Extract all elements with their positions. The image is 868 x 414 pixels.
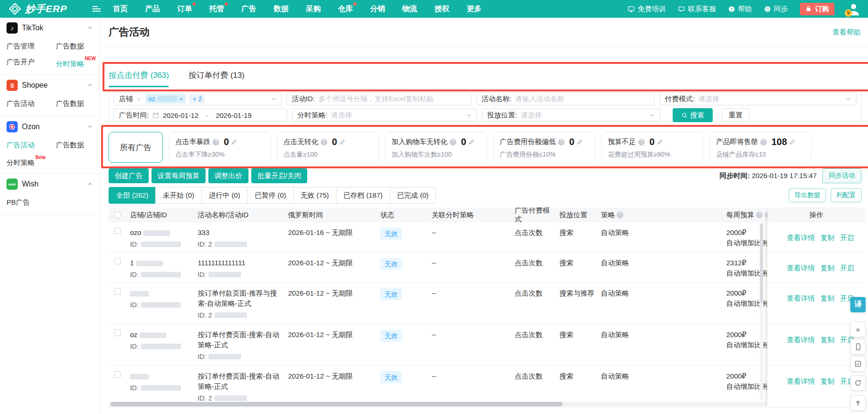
op-link-开启[interactable]: 开启 [840, 234, 854, 252]
metric-card-预算不足[interactable]: 预算不足?0花费超过周预算≥90% [601, 132, 703, 163]
export-data-button[interactable]: 导出数据 [789, 188, 826, 202]
metric-card-产品即将售罄[interactable]: 产品即将售罄?108店铺产品库存≤10 [710, 132, 812, 163]
status-tab-已存档 (187)[interactable]: 已存档 (187) [336, 187, 390, 204]
ad-time-range-picker[interactable]: 广告时间: 2026-01-12 - 2026-01-19 [114, 109, 287, 122]
op-link-复制[interactable]: 复制 [820, 294, 834, 324]
vertical-scrollbar-thumb[interactable] [760, 223, 763, 303]
reset-button[interactable]: 重置 [722, 108, 750, 122]
avatar[interactable]: V [847, 2, 863, 16]
metric-card-广告费用份额偏低[interactable]: 广告费用份额偏低?0广告费用份额≤10% [493, 132, 595, 163]
back-to-top-button[interactable] [850, 395, 866, 411]
metric-card-点击率暴跌[interactable]: 点击率暴跌?0点击率下降≥30% [169, 132, 271, 163]
op-link-查看详情[interactable]: 查看详情 [787, 294, 815, 324]
metric-value: 0 [461, 137, 466, 147]
row-checkbox[interactable] [114, 228, 121, 234]
toolbar-button-调整出价[interactable]: 调整出价 [208, 168, 248, 183]
sidebar-item-PB广告[interactable]: PB广告 [7, 195, 56, 209]
sidebar-item-分时策略[interactable]: 分时策略Beta [7, 154, 56, 168]
tag-remove-icon[interactable]: × [179, 96, 183, 103]
menu-collapse-icon[interactable] [92, 6, 101, 12]
op-link-复制[interactable]: 复制 [820, 234, 834, 252]
collapse-right-button[interactable]: » [850, 322, 866, 337]
topbar-menu-item-分销[interactable]: 分销 [370, 4, 385, 14]
view-help-link[interactable]: 查看帮助 [833, 28, 861, 37]
toolbar-button-创建广告[interactable]: 创建广告 [109, 168, 149, 183]
topbar-sync-item[interactable]: 同步 [764, 5, 788, 14]
sidebar-item-广告管理[interactable]: 广告管理 [7, 39, 56, 53]
mobile-button[interactable] [850, 339, 866, 354]
topbar-menu-item-物流[interactable]: 物流 [402, 4, 417, 14]
edit-pencil-icon[interactable] [789, 139, 795, 145]
op-link-查看详情[interactable]: 查看详情 [787, 234, 815, 252]
select-all-checkbox[interactable] [114, 212, 121, 218]
op-link-复制[interactable]: 复制 [820, 336, 834, 366]
topbar-training-item[interactable]: 免费培训 [627, 5, 666, 14]
pay-tab-按订单付费 (13)[interactable]: 按订单付费 (13) [188, 70, 244, 84]
column-config-button[interactable]: 列配置 [831, 188, 861, 202]
topbar-menu-item-更多[interactable]: 更多 [467, 4, 482, 14]
topbar-menu-item-数据[interactable]: 数据 [274, 4, 289, 14]
shop-select[interactable]: 店铺 oz × + 2 [114, 92, 282, 105]
activity-id-input[interactable]: 活动ID: 多个用逗号分隔，支持Excel复制粘贴 [287, 92, 471, 105]
placement-select[interactable]: 投放位置: 请选择 [482, 109, 660, 122]
row-checkbox[interactable] [114, 258, 121, 264]
topbar-help-item[interactable]: ?帮助 [728, 5, 752, 14]
topbar-menu-item-仓库[interactable]: 仓库 [338, 4, 353, 14]
edit-pencil-icon[interactable] [231, 139, 237, 145]
pay-tab-按点击付费 (363)[interactable]: 按点击付费 (363) [109, 70, 169, 84]
status-tab-已完成 (0)[interactable]: 已完成 (0) [390, 187, 436, 204]
sidebar-item-广告活动[interactable]: 广告活动 [7, 138, 56, 152]
topbar-menu-item-产品[interactable]: 产品 [145, 4, 160, 14]
refresh-button[interactable] [850, 375, 866, 391]
op-link-复制[interactable]: 复制 [820, 264, 834, 283]
sidebar-item-广告数据[interactable]: 广告数据 [56, 138, 93, 152]
sidebar-section-header-ozon[interactable]: Ozon [0, 117, 99, 137]
topbar-customer-service-item[interactable]: 联系客服 [678, 5, 716, 14]
translate-button[interactable]: 译 [850, 297, 866, 312]
metric-card-点击无转化[interactable]: 点击无转化?0点击量≥100 [277, 132, 379, 163]
sidebar-section-header-shopee[interactable]: SShopee [0, 75, 99, 96]
edit-pencil-icon[interactable] [468, 139, 475, 145]
op-link-查看详情[interactable]: 查看详情 [787, 377, 815, 407]
op-link-开启[interactable]: 开启 [840, 264, 854, 283]
row-checkbox[interactable] [114, 288, 121, 295]
toolbar-button-设置每周预算[interactable]: 设置每周预算 [152, 168, 206, 183]
status-tab-进行中 (0)[interactable]: 进行中 (0) [201, 187, 248, 204]
sidebar-item-广告数据[interactable]: 广告数据 [56, 97, 93, 110]
toolbar-button-批量开启/关闭[interactable]: 批量开启/关闭 [251, 168, 307, 183]
sidebar-item-广告开户[interactable]: 广告开户 [7, 55, 56, 69]
sidebar-section-header-wish[interactable]: wishWish [0, 174, 99, 194]
topbar-menu-item-托管[interactable]: 托管 [209, 4, 224, 14]
time-strategy-select[interactable]: 分时策略: 请选择 [292, 109, 477, 122]
sidebar-item-广告活动[interactable]: 广告活动 [7, 97, 56, 110]
row-checkbox[interactable] [114, 330, 121, 336]
topbar-menu-item-首页[interactable]: 首页 [113, 4, 128, 14]
status-tab-未开始 (0)[interactable]: 未开始 (0) [155, 187, 202, 204]
topbar-menu-item-采购[interactable]: 采购 [306, 4, 321, 14]
sync-activity-button[interactable]: 同步活动 [822, 168, 861, 183]
op-link-复制[interactable]: 复制 [820, 377, 834, 407]
horizontal-scrollbar-thumb[interactable] [110, 402, 563, 407]
sidebar-item-广告数据[interactable]: 广告数据 [56, 39, 96, 53]
op-link-查看详情[interactable]: 查看详情 [787, 336, 815, 366]
search-button[interactable]: 搜索 [673, 108, 713, 122]
sidebar-section-header-tiktok[interactable]: ♪TikTok [0, 18, 99, 38]
edit-pencil-icon[interactable] [339, 139, 345, 145]
pay-mode-select[interactable]: 付费模式: 请选择 [660, 92, 856, 105]
topbar-menu-item-广告[interactable]: 广告 [241, 4, 256, 14]
topbar-menu-item-授权[interactable]: 授权 [434, 4, 449, 14]
sidebar-item-分时策略[interactable]: 分时策略NEW [56, 55, 96, 69]
edit-pencil-icon[interactable] [657, 139, 663, 145]
status-tab-已暂停 (0)[interactable]: 已暂停 (0) [247, 187, 294, 204]
metric-card-加入购物车无转化[interactable]: 加入购物车无转化?0加入购物车次数≥100 [385, 132, 487, 163]
edit-pencil-icon[interactable] [577, 139, 583, 145]
op-link-查看详情[interactable]: 查看详情 [787, 264, 815, 283]
status-tab-全部 (262)[interactable]: 全部 (262) [109, 187, 156, 204]
activity-name-input[interactable]: 活动名称: 请输入活动名称 [476, 92, 654, 105]
subscribe-button[interactable]: 订购 [800, 3, 834, 15]
topbar-menu-item-订单[interactable]: 订单 [177, 4, 192, 14]
row-checkbox[interactable] [114, 371, 121, 378]
status-tab-无效 (75)[interactable]: 无效 (75) [293, 187, 337, 204]
feedback-button[interactable] [850, 356, 866, 372]
all-ads-card[interactable]: 所有广告 [109, 132, 163, 163]
